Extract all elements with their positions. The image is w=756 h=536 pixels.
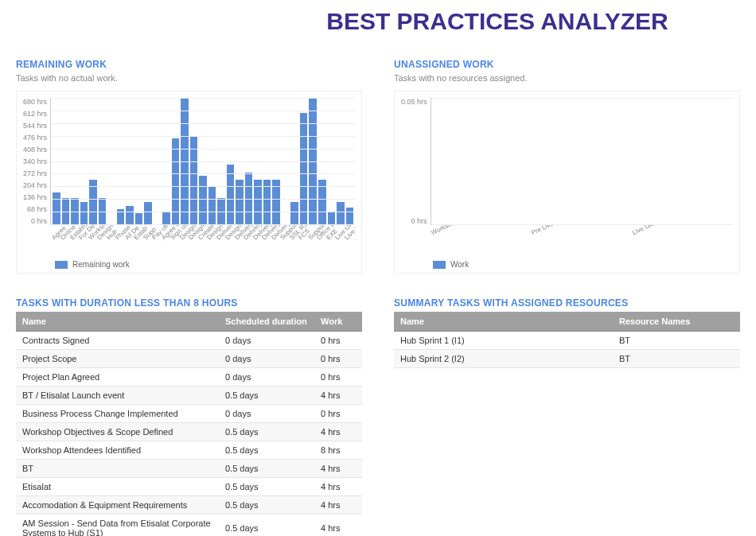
table-row: BT / Etisalat Launch event0.5 days4 hrs (16, 386, 362, 405)
unassigned-work-subheading: Tasks with no resources assigned. (394, 73, 740, 83)
y-tick: 272 hrs (23, 169, 47, 177)
table-header-row: Name Resource Names (394, 312, 740, 332)
unassigned-work-heading: UNASSIGNED WORK (394, 59, 740, 70)
remaining-work-yaxis: 680 hrs612 hrs544 hrs476 hrs408 hrs340 h… (23, 98, 50, 225)
bar (300, 113, 308, 224)
cell-duration: 0 days (219, 368, 314, 386)
cell-duration: 0.5 days (219, 515, 314, 537)
short-tasks-section: TASKS WITH DURATION LESS THAN 8 HOURS Na… (16, 297, 362, 536)
summary-tasks-table: Name Resource Names Hub Sprint 1 (I1)BTH… (394, 312, 740, 368)
y-tick: 340 hrs (23, 157, 47, 165)
cell-work: 4 hrs (314, 478, 362, 496)
bar (144, 202, 152, 224)
cell-name: Project Scope (16, 350, 219, 368)
y-tick: 68 hrs (27, 205, 47, 213)
remaining-work-section: REMAINING WORK Tasks with no actual work… (16, 59, 362, 274)
unassigned-work-xaxis: Workshop RehePre Live UAT PrLive UAT Sig… (401, 225, 733, 257)
cell-work: 0 hrs (314, 350, 362, 368)
cell-work: 8 hrs (314, 441, 362, 460)
bar (162, 212, 170, 224)
legend-swatch-icon (55, 261, 68, 269)
cell-duration: 0 days (219, 350, 314, 368)
table-row: Workshop Attendees Identified0.5 days8 h… (16, 441, 362, 460)
remaining-work-subheading: Tasks with no actual work. (16, 73, 362, 83)
y-tick: 476 hrs (23, 134, 47, 142)
table-row: Project Plan Agreed0 days0 hrs (16, 368, 362, 386)
remaining-work-legend-label: Remaining work (72, 260, 130, 269)
cell-name: Accomodation & Equipment Requirements (16, 496, 219, 515)
remaining-work-plot (50, 98, 355, 225)
table-row: Hub Sprint 2 (I2)BT (394, 350, 740, 368)
cell-name: Workshop Objectives & Scope Defined (16, 423, 219, 441)
left-column: REMAINING WORK Tasks with no actual work… (16, 51, 362, 536)
cell-duration: 0.5 days (219, 441, 314, 460)
y-tick: 0.05 hrs (401, 98, 427, 106)
short-tasks-table: Name Scheduled duration Work Contracts S… (16, 312, 362, 536)
cell-work: 0 hrs (314, 368, 362, 386)
col-work: Work (314, 312, 362, 332)
x-tick: Pre Live UAT Pr (531, 225, 634, 257)
cell-duration: 0 days (219, 405, 314, 423)
bar (80, 202, 88, 224)
table-row: AM Session - Send Data from Etisalat Cor… (16, 515, 362, 537)
bar (53, 192, 60, 224)
unassigned-work-chart: 0.05 hrs0 hrs Workshop RehePre Live UAT … (394, 91, 740, 274)
bar (126, 206, 134, 224)
y-tick: 408 hrs (23, 146, 47, 153)
cell-name: Etisalat (16, 478, 219, 496)
cell-name: Contracts Signed (16, 332, 219, 350)
y-tick: 0 hrs (31, 217, 47, 225)
cell-duration: 0.5 days (219, 496, 314, 515)
cell-name: BT / Etisalat Launch event (16, 386, 219, 405)
cell-work: 0 hrs (314, 332, 362, 350)
cell-work: 4 hrs (314, 386, 362, 405)
cell-duration: 0.5 days (219, 478, 314, 496)
short-tasks-heading: TASKS WITH DURATION LESS THAN 8 HOURS (16, 297, 362, 309)
cell-work: 4 hrs (314, 496, 362, 515)
y-tick: 680 hrs (23, 98, 47, 106)
y-tick: 136 hrs (23, 193, 47, 201)
col-name: Name (16, 312, 219, 332)
table-row: Etisalat0.5 days4 hrs (16, 478, 362, 496)
cell-resources: BT (613, 350, 740, 368)
summary-tasks-section: SUMMARY TASKS WITH ASSIGNED RESOURCES Na… (394, 297, 740, 368)
cell-name: BT (16, 460, 219, 478)
summary-tasks-heading: SUMMARY TASKS WITH ASSIGNED RESOURCES (394, 297, 740, 309)
remaining-work-chart: 680 hrs612 hrs544 hrs476 hrs408 hrs340 h… (16, 91, 362, 274)
cell-duration: 0.5 days (219, 386, 314, 405)
cell-name: AM Session - Send Data from Etisalat Cor… (16, 515, 219, 537)
table-row: Project Scope0 days0 hrs (16, 350, 362, 368)
x-tick: Live UAT Sign O (631, 225, 733, 257)
table-row: Contracts Signed0 days0 hrs (16, 332, 362, 350)
cell-name: Workshop Attendees Identified (16, 441, 219, 460)
unassigned-work-section: UNASSIGNED WORK Tasks with no resources … (394, 59, 740, 274)
cell-name: Hub Sprint 1 (I1) (394, 332, 613, 350)
remaining-work-heading: REMAINING WORK (16, 59, 362, 70)
unassigned-work-yaxis: 0.05 hrs0 hrs (401, 98, 431, 225)
y-tick: 544 hrs (23, 122, 47, 130)
cell-work: 4 hrs (314, 460, 362, 478)
bar (208, 187, 216, 224)
x-tick: Workshop Rehe (430, 225, 533, 257)
table-header-row: Name Scheduled duration Work (16, 312, 362, 332)
cell-name: Hub Sprint 2 (I2) (394, 350, 613, 368)
unassigned-work-plot (431, 98, 733, 225)
col-name: Name (394, 312, 613, 332)
unassigned-work-legend: Work (401, 260, 733, 269)
table-row: BT0.5 days4 hrs (16, 460, 362, 478)
table-row: Business Process Change Implemented0 day… (16, 405, 362, 423)
bar (135, 213, 143, 224)
cell-duration: 0 days (219, 332, 314, 350)
cell-name: Business Process Change Implemented (16, 405, 219, 423)
remaining-work-xaxis: AgreeOnlineEstablishFor DeWorkshopDesign… (23, 225, 355, 257)
bar (346, 208, 354, 224)
bar (290, 202, 298, 224)
cell-work: 4 hrs (314, 423, 362, 441)
cell-duration: 0.5 days (219, 460, 314, 478)
bar (328, 212, 336, 224)
cell-work: 0 hrs (314, 405, 362, 423)
y-tick: 0 hrs (411, 217, 427, 225)
col-resources: Resource Names (613, 312, 740, 332)
page-title: BEST PRACTICES ANALYZER (16, 8, 740, 35)
right-column: UNASSIGNED WORK Tasks with no resources … (394, 51, 740, 536)
